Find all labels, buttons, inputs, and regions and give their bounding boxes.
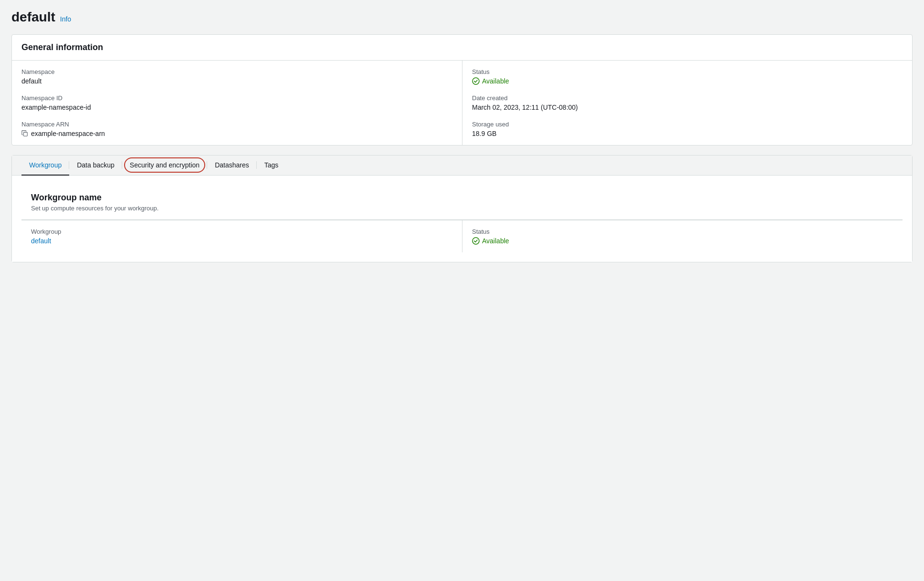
namespace-arn-label: Namespace ARN (21, 121, 452, 128)
date-created-row: Date created March 02, 2023, 12:11 (UTC-… (472, 94, 903, 111)
general-info-card: General information Namespace default Na… (11, 34, 913, 145)
status-row: Status Available (472, 68, 903, 85)
namespace-arn-row: Namespace ARN example-namespace-arn (21, 121, 452, 137)
svg-point-2 (472, 238, 479, 244)
namespace-value: default (21, 77, 452, 85)
date-created-value: March 02, 2023, 12:11 (UTC-08:00) (472, 104, 903, 111)
tabs-header: Workgroup Data backup Security and encry… (12, 156, 912, 176)
status-label: Status (472, 68, 903, 75)
copy-icon[interactable] (21, 130, 28, 137)
namespace-id-label: Namespace ID (21, 94, 452, 102)
info-badge[interactable]: Info (60, 15, 71, 23)
workgroup-section-header: Workgroup name Set up compute resources … (21, 185, 903, 220)
workgroup-link[interactable]: default (31, 237, 51, 245)
storage-used-row: Storage used 18.9 GB (472, 121, 903, 137)
namespace-row: Namespace default (21, 68, 452, 85)
workgroup-status-col: Status Available (462, 220, 903, 252)
svg-rect-0 (23, 132, 27, 136)
status-text: Available (482, 77, 509, 85)
tab-data-backup[interactable]: Data backup (69, 156, 122, 176)
page-header: default Info (11, 10, 913, 25)
namespace-id-row: Namespace ID example-namespace-id (21, 94, 452, 111)
workgroup-section-subtitle: Set up compute resources for your workgr… (31, 205, 893, 212)
general-info-grid: Namespace default Namespace ID example-n… (12, 61, 912, 145)
info-left-column: Namespace default Namespace ID example-n… (12, 61, 462, 145)
workgroup-info-grid: Workgroup default Status Available (21, 220, 903, 252)
workgroup-status-value: Available (472, 237, 893, 245)
storage-used-label: Storage used (472, 121, 903, 128)
date-created-label: Date created (472, 94, 903, 102)
tab-content: Workgroup name Set up compute resources … (12, 176, 912, 262)
workgroup-section-title: Workgroup name (31, 193, 893, 203)
tabs-container: Workgroup Data backup Security and encry… (11, 155, 913, 262)
general-info-title: General information (21, 42, 103, 52)
arn-text: example-namespace-arn (31, 130, 105, 137)
storage-used-value: 18.9 GB (472, 130, 903, 137)
page-title: default (11, 10, 55, 25)
tab-datashares[interactable]: Datashares (207, 156, 257, 176)
workgroup-col-value: default (31, 237, 452, 245)
namespace-label: Namespace (21, 68, 452, 75)
workgroup-col-label: Workgroup (31, 228, 452, 235)
info-right-column: Status Available Date created March 02, … (462, 61, 912, 145)
namespace-id-value: example-namespace-id (21, 104, 452, 111)
tab-tags[interactable]: Tags (257, 156, 286, 176)
svg-point-1 (472, 78, 479, 84)
status-value: Available (472, 77, 903, 85)
tab-workgroup[interactable]: Workgroup (21, 156, 69, 176)
namespace-arn-value: example-namespace-arn (21, 130, 452, 137)
tab-security-and-encryption[interactable]: Security and encryption (122, 156, 207, 176)
workgroup-name-col: Workgroup default (21, 220, 462, 252)
workgroup-status-label: Status (472, 228, 893, 235)
status-available-icon (472, 77, 480, 85)
general-info-header: General information (12, 35, 912, 61)
workgroup-status-text: Available (482, 237, 509, 245)
workgroup-status-icon (472, 237, 480, 245)
